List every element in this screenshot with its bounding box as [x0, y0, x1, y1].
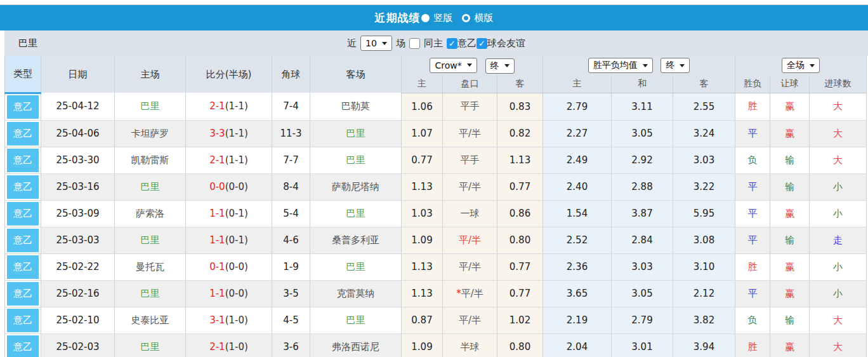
cell-result: 平: [735, 227, 770, 253]
cell-handicap: 平/半: [443, 227, 497, 253]
cell-result: 负: [735, 147, 770, 173]
cell-draw-avg: 2.84: [612, 227, 673, 253]
cell-away-team[interactable]: 克雷莫纳: [310, 280, 402, 307]
horizontal-layout-radio[interactable]: [462, 14, 470, 22]
table-row: 意乙25-02-10史泰比亚3-1(1-0)4-5巴里0.87平/半1.022.…: [5, 307, 867, 333]
friendly-checkbox[interactable]: ✓: [477, 38, 487, 49]
horizontal-layout-label[interactable]: 横版: [475, 12, 494, 24]
league-type-badge[interactable]: 意乙: [7, 282, 39, 306]
cell-away-team[interactable]: 巴勒莫: [310, 93, 402, 120]
cell-score: 0-1(0-0): [186, 253, 272, 280]
cell-handicap-result: 输: [770, 147, 810, 173]
cell-score: 3-1(1-0): [186, 307, 272, 333]
cell-corners: 8-4: [272, 173, 310, 200]
fulltime-score: 3-3: [209, 128, 225, 139]
cell-away-team[interactable]: 巴里: [310, 120, 402, 147]
cell-away-team[interactable]: 萨勒尼塔纳: [310, 173, 402, 200]
wdl-average-select[interactable]: 胜平负均值: [588, 58, 653, 73]
cell-home-team[interactable]: 史泰比亚: [115, 307, 186, 333]
cell-date: 25-03-09: [41, 200, 115, 227]
cell-win-avg: 3.65: [543, 280, 612, 307]
handicap-text: 平/半: [459, 181, 481, 192]
table-row: 意乙25-03-16巴里0-0(0-0)8-4萨勒尼塔纳1.13平/半0.772…: [5, 173, 867, 200]
halftime-score: (1-0): [225, 314, 248, 326]
cell-home-team[interactable]: 巴里: [115, 333, 186, 357]
match-count-select[interactable]: 10: [360, 36, 392, 51]
fulltime-score: 3-1: [209, 314, 225, 326]
cell-odds-away: 0.82: [497, 120, 543, 147]
handicap-text: 平手: [461, 100, 480, 112]
cell-odds-home: 1.09: [402, 333, 443, 357]
cell-draw-avg: 3.05: [612, 280, 673, 307]
league-type-badge[interactable]: 意乙: [7, 122, 39, 145]
col-header-type[interactable]: 类型: [5, 56, 41, 93]
fulltime-scope-select[interactable]: 全场: [782, 58, 820, 73]
cell-home-team[interactable]: 巴里: [115, 280, 186, 307]
cell-lose-avg: 2.55: [673, 93, 735, 120]
league-type-badge[interactable]: 意乙: [7, 335, 39, 357]
cell-odds-away: 0.77: [497, 173, 543, 200]
cell-home-team[interactable]: 萨索洛: [115, 200, 186, 227]
league-label[interactable]: 意乙: [457, 37, 477, 50]
fulltime-score: 2-1: [209, 341, 225, 353]
cell-handicap-result: 输: [770, 227, 810, 253]
cell-lose-avg: 3.22: [673, 173, 735, 200]
vertical-layout-radio[interactable]: [421, 14, 430, 22]
subcol-handicap: 盘口: [443, 75, 497, 93]
league-type-badge[interactable]: 意乙: [7, 149, 39, 172]
cell-lose-avg: 5.95: [673, 200, 735, 227]
cell-home-team[interactable]: 凯勒雷斯: [115, 147, 186, 173]
cell-date: 25-03-30: [41, 147, 115, 173]
cell-draw-avg: 3.03: [612, 253, 673, 280]
same-home-checkbox[interactable]: [409, 38, 420, 49]
table-row: 意乙25-03-09萨索洛1-1(0-1)5-4巴里1.03一球0.861.54…: [5, 200, 867, 227]
cell-handicap-result: 输: [770, 173, 810, 200]
cell-handicap: 平/半: [443, 120, 497, 147]
league-checkbox[interactable]: ✓: [447, 38, 457, 49]
cell-away-team[interactable]: 桑普多利亚: [310, 227, 402, 253]
league-type-badge[interactable]: 意乙: [7, 229, 39, 252]
cell-goals-result: 大: [810, 93, 867, 120]
friendly-label[interactable]: 球会友谊: [487, 37, 525, 50]
cell-draw-avg: 3.87: [612, 200, 673, 227]
cell-away-team[interactable]: 巴里: [310, 147, 402, 173]
league-type-badge[interactable]: 意乙: [7, 175, 39, 199]
cell-league-type: 意乙: [5, 120, 41, 147]
cell-odds-home: 1.03: [402, 200, 443, 227]
cell-home-team[interactable]: 卡坦萨罗: [115, 120, 186, 147]
cell-home-team[interactable]: 巴里: [115, 93, 186, 120]
cell-away-team[interactable]: 弗洛西诺尼: [310, 333, 402, 357]
matches-label: 场: [396, 37, 405, 50]
handicap-text: 平/半: [459, 234, 481, 246]
cell-home-team[interactable]: 曼托瓦: [115, 253, 186, 280]
same-home-label[interactable]: 同主: [424, 37, 443, 50]
panel-title: 近期战绩: [375, 11, 421, 25]
cell-score: 1-1(0-0): [186, 280, 272, 307]
cell-win-avg: 2.04: [543, 333, 612, 357]
cell-handicap: 一球: [443, 200, 497, 227]
league-type-badge[interactable]: 意乙: [7, 202, 39, 226]
fulltime-score: 0-0: [209, 181, 225, 192]
cell-home-team[interactable]: 巴里: [115, 227, 186, 253]
chevron-down-icon: [467, 64, 472, 67]
odds-time-select[interactable]: 终: [485, 58, 515, 74]
cell-home-team[interactable]: 巴里: [115, 173, 186, 200]
bookmaker-select[interactable]: Crow*: [430, 58, 477, 73]
cell-goals-result: 小: [810, 173, 867, 200]
league-type-badge[interactable]: 意乙: [7, 255, 39, 279]
chevron-down-icon: [643, 64, 648, 67]
wdl-time-select[interactable]: 终: [661, 58, 690, 73]
cell-result: 胜: [735, 93, 770, 120]
vertical-layout-label[interactable]: 竖版: [434, 12, 453, 24]
cell-goals-result: 大: [810, 147, 867, 173]
cell-away-team[interactable]: 巴里: [310, 253, 402, 280]
handicap-text: 平手: [461, 154, 480, 166]
cell-odds-away: 0.80: [497, 227, 543, 253]
league-type-badge[interactable]: 意乙: [7, 95, 39, 119]
cell-lose-avg: 3.94: [673, 333, 735, 357]
cell-away-team[interactable]: 巴里: [310, 307, 402, 333]
cell-away-team[interactable]: 巴里: [310, 200, 402, 227]
cell-result: 平: [735, 120, 770, 147]
cell-goals-result: 小: [810, 200, 867, 227]
league-type-badge[interactable]: 意乙: [7, 309, 39, 332]
